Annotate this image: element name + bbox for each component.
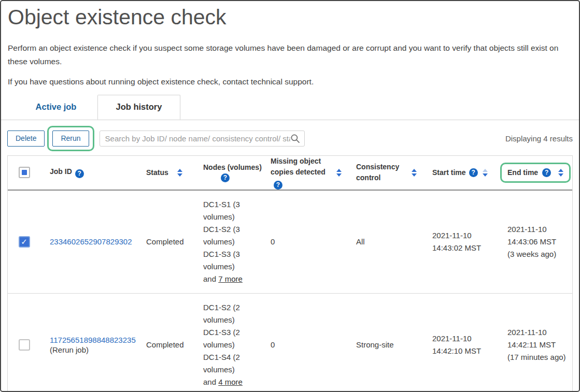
nodes-cell: DC1-S1 (3 volumes) DC1-S2 (3 volumes) DC…: [196, 198, 263, 285]
search-box: [100, 130, 305, 147]
job-id-cell: 11725651898848823235 (Rerun job): [40, 336, 139, 354]
node-entry: DC1-S3 (3 volumes): [203, 248, 263, 273]
sort-icon[interactable]: [336, 169, 342, 177]
job-id-link[interactable]: 11725651898848823235: [50, 336, 136, 344]
node-entry: DC1-S2 (2 volumes): [203, 301, 263, 326]
header-consistency-control: Consistency control: [349, 162, 424, 183]
more-nodes-link[interactable]: 4 more: [218, 378, 243, 386]
missing-copies-cell: 0: [263, 340, 349, 349]
delete-button[interactable]: Delete: [7, 130, 45, 147]
end-time-cell: 2021-11-10 14:42:11 MST (17 minutes ago): [499, 326, 572, 364]
row-select-cell: [8, 339, 40, 351]
results-count: Displaying 4 results: [505, 134, 573, 143]
nodes-more-line: and 4 more: [203, 376, 263, 388]
node-entry: DC1-S4 (2 volumes): [203, 351, 263, 376]
tab-job-history[interactable]: Job history: [97, 95, 180, 120]
sort-icon[interactable]: [558, 169, 563, 177]
job-id-cell: 2334602652907829302: [40, 237, 139, 246]
job-history-table: Job ID? Status Nodes (volumes) ? Missing…: [7, 155, 573, 392]
search-input[interactable]: [105, 134, 290, 143]
consistency-cell: Strong-site: [349, 340, 424, 349]
missing-copies-cell: 0: [263, 237, 349, 246]
status-cell: Completed: [139, 340, 196, 349]
node-entry: DC1-S1 (3 volumes): [203, 198, 263, 223]
job-id-link[interactable]: 2334602652907829302: [50, 237, 132, 246]
end-time-ago: (17 minutes ago): [507, 351, 572, 364]
more-nodes-link[interactable]: 7 more: [218, 274, 243, 283]
header-status: Status: [139, 168, 196, 177]
search-icon[interactable]: [290, 134, 300, 143]
start-time-cell: 2021-11-10 14:42:10 MST: [424, 332, 499, 357]
help-icon[interactable]: ?: [469, 168, 478, 177]
select-all-checkbox[interactable]: [19, 167, 30, 178]
page-title: Object existence check: [8, 5, 579, 30]
end-time-annotation-highlight: End time?: [500, 163, 571, 183]
table-row: ✓ 2334602652907829302 Completed DC1-S1 (…: [8, 191, 572, 294]
row-select-cell: ✓: [8, 236, 40, 248]
header-missing-copies: Missing object copies detected?: [263, 156, 349, 190]
header-job-id: Job ID?: [40, 167, 139, 178]
help-icon[interactable]: ?: [274, 181, 282, 190]
node-entry: DC1-S3 (2 volumes): [203, 326, 263, 351]
help-icon[interactable]: ?: [75, 169, 84, 178]
consistency-cell: All: [349, 237, 424, 246]
intro-paragraph-2: If you have questions about running obje…: [8, 75, 565, 89]
node-entry: DC1-S2 (3 volumes): [203, 223, 263, 248]
rerun-button[interactable]: Rerun: [52, 130, 89, 147]
sort-icon[interactable]: [177, 169, 182, 177]
end-time-cell: 2021-11-10 14:43:06 MST (3 weeks ago): [499, 223, 572, 260]
nodes-cell: DC1-S2 (2 volumes) DC1-S3 (2 volumes) DC…: [196, 301, 263, 388]
tab-active-job[interactable]: Active job: [15, 95, 97, 120]
toolbar: Delete Rerun Displaying 4 results: [7, 130, 573, 147]
intro-paragraph-1: Perform an object existence check if you…: [8, 41, 565, 68]
row-checkbox[interactable]: ✓: [19, 236, 30, 248]
help-icon[interactable]: ?: [221, 173, 230, 182]
start-time-cell: 2021-11-10 14:43:02 MST: [424, 229, 499, 254]
tab-bar: Active job Job history: [1, 95, 579, 120]
sort-icon[interactable]: [412, 169, 417, 177]
header-start-time: Start time?: [424, 168, 499, 177]
indeterminate-mark-icon: [22, 170, 27, 175]
rerun-annotation-highlight: Rerun: [47, 126, 94, 151]
job-note: (Rerun job): [50, 345, 139, 354]
help-icon[interactable]: ?: [542, 168, 551, 177]
sort-icon[interactable]: [483, 169, 488, 177]
header-end-time: End time?: [499, 167, 572, 179]
end-time-ago: (3 weeks ago): [507, 248, 572, 260]
table-header-row: Job ID? Status Nodes (volumes) ? Missing…: [8, 156, 572, 191]
header-select-all-cell: [8, 167, 40, 178]
header-nodes: Nodes (volumes) ?: [196, 163, 263, 182]
check-icon: ✓: [21, 237, 27, 246]
status-cell: Completed: [139, 237, 196, 246]
nodes-more-line: and 7 more: [203, 273, 263, 285]
table-row: 11725651898848823235 (Rerun job) Complet…: [8, 294, 572, 392]
page-frame: Object existence check Perform an object…: [0, 0, 580, 392]
row-checkbox[interactable]: [19, 339, 30, 351]
